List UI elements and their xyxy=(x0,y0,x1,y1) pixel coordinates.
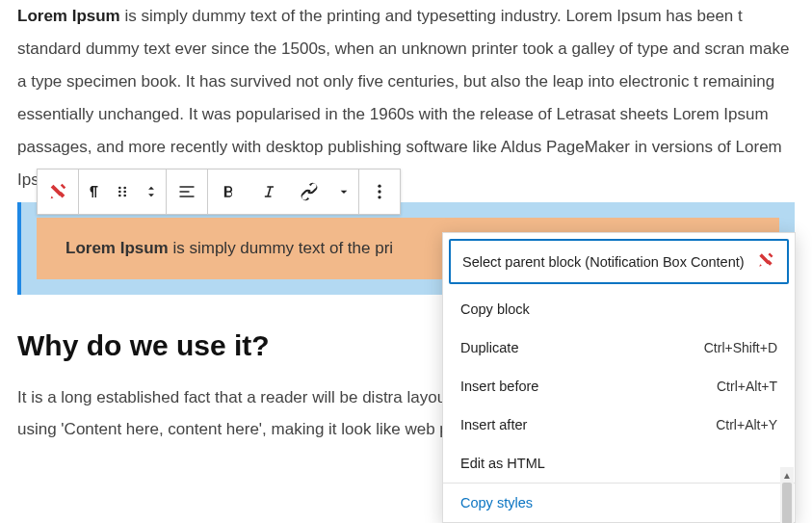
svg-point-3 xyxy=(123,191,126,194)
callout-bold: Lorem Ipsum xyxy=(65,239,169,257)
insert-after-label: Insert after xyxy=(460,417,527,432)
pilcrow-icon xyxy=(85,183,102,200)
chevron-up-down-icon xyxy=(144,182,158,201)
svg-point-7 xyxy=(378,190,380,193)
menu-scrollbar[interactable]: ▲ ▼ xyxy=(780,467,794,523)
parent-block-icon xyxy=(756,250,775,273)
svg-point-1 xyxy=(123,187,126,190)
block-options-menu: Select parent block (Notification Box Co… xyxy=(442,232,796,523)
insert-after-shortcut: Ctrl+Alt+Y xyxy=(716,417,777,432)
align-button[interactable] xyxy=(167,170,207,214)
edit-as-html-item[interactable]: Edit as HTML xyxy=(443,444,795,483)
insert-before-shortcut: Ctrl+Alt+T xyxy=(717,379,777,394)
callout-text: is simply dummy text of the pri xyxy=(169,239,393,257)
bold-icon xyxy=(219,182,238,201)
block-type-icon xyxy=(47,181,68,202)
move-arrows-button[interactable] xyxy=(137,170,166,214)
scroll-up-arrow[interactable]: ▲ xyxy=(780,467,794,483)
block-toolbar xyxy=(37,169,401,215)
copy-block-item[interactable]: Copy block xyxy=(443,290,795,328)
body-paragraph-1: Lorem Ipsum is simply dummy text of the … xyxy=(17,0,795,196)
duplicate-label: Duplicate xyxy=(460,340,518,355)
copy-block-label: Copy block xyxy=(460,301,530,317)
duplicate-shortcut: Ctrl+Shift+D xyxy=(704,340,777,355)
link-button[interactable] xyxy=(289,170,329,214)
more-options-button[interactable] xyxy=(359,170,400,214)
svg-point-4 xyxy=(118,195,121,197)
drag-handle-button[interactable] xyxy=(108,170,137,214)
paragraph-tool-button[interactable] xyxy=(79,170,108,214)
copy-styles-label: Copy styles xyxy=(460,495,533,510)
svg-point-2 xyxy=(118,191,121,194)
duplicate-item[interactable]: Duplicate Ctrl+Shift+D xyxy=(443,328,795,367)
insert-before-label: Insert before xyxy=(460,379,538,394)
chevron-down-icon xyxy=(336,184,352,199)
insert-before-item[interactable]: Insert before Ctrl+Alt+T xyxy=(443,367,795,405)
select-parent-block[interactable]: Select parent block (Notification Box Co… xyxy=(449,239,789,284)
more-vertical-icon xyxy=(370,182,389,201)
svg-point-6 xyxy=(378,185,380,188)
block-type-button[interactable] xyxy=(38,170,78,214)
align-left-icon xyxy=(177,182,196,201)
bold-lead: Lorem Ipsum xyxy=(17,7,120,25)
link-icon xyxy=(299,181,320,202)
bold-button[interactable] xyxy=(208,170,249,214)
select-parent-label: Select parent block (Notification Box Co… xyxy=(462,254,745,270)
insert-after-item[interactable]: Insert after Ctrl+Alt+Y xyxy=(443,405,795,444)
italic-button[interactable] xyxy=(249,170,289,214)
copy-styles-item[interactable]: Copy styles xyxy=(443,484,795,522)
edit-as-html-label: Edit as HTML xyxy=(460,456,545,471)
paragraph-1-text: is simply dummy text of the printing and… xyxy=(17,7,789,189)
drag-handle-icon xyxy=(115,184,130,199)
italic-icon xyxy=(259,182,278,201)
more-rich-text-button[interactable] xyxy=(329,170,358,214)
scroll-thumb[interactable] xyxy=(782,483,792,523)
svg-point-0 xyxy=(118,187,121,190)
svg-point-8 xyxy=(378,196,380,198)
svg-point-5 xyxy=(123,195,126,197)
